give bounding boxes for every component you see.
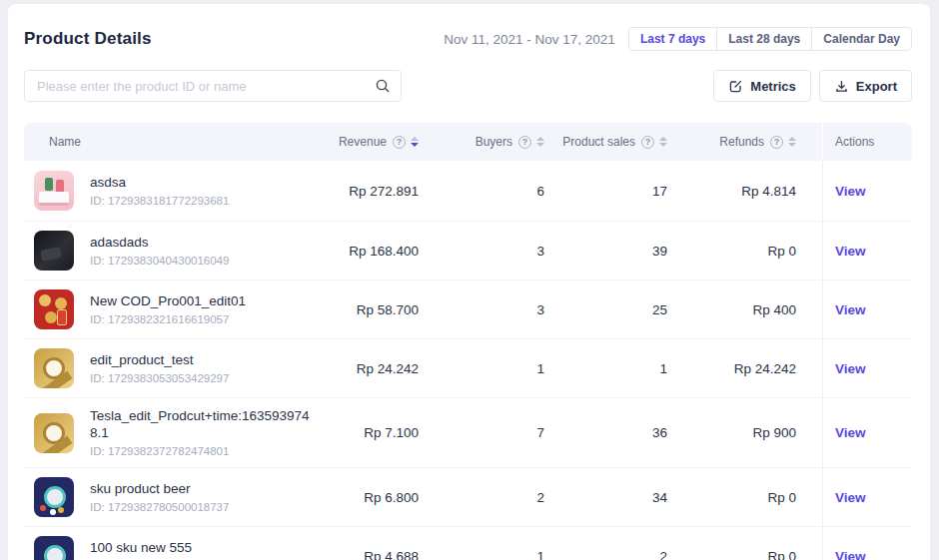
column-header-name: Name: [24, 135, 320, 149]
refunds-value: Rp 24.242: [667, 361, 822, 376]
download-icon: [834, 79, 849, 94]
table-row: adasdads ID: 1729383040430016049 Rp 168.…: [24, 222, 912, 280]
info-icon[interactable]: ?: [641, 136, 654, 149]
view-link[interactable]: View: [835, 244, 866, 259]
sort-icon[interactable]: [411, 137, 419, 147]
product-id: ID: 1729382321616619057: [90, 312, 246, 326]
refunds-value: Rp 0: [667, 244, 822, 259]
revenue-value: Rp 168.400: [320, 244, 419, 259]
product-name: Tesla_edit_Prodcut+time:1635939748.1: [90, 407, 310, 441]
product-name: edit_product_test: [90, 351, 229, 368]
product-image: [34, 348, 74, 388]
view-link[interactable]: View: [835, 549, 866, 560]
sort-icon[interactable]: [659, 137, 667, 147]
period-selector: Last 7 daysLast 28 daysCalendar Day: [628, 27, 912, 51]
table-row: asdsa ID: 1729383181772293681 Rp 272.891…: [24, 161, 912, 222]
actions-cell: View: [822, 468, 912, 526]
product-sales-value: 25: [544, 302, 667, 317]
table-row: sku product beer ID: 1729382780500018737…: [24, 468, 912, 527]
product-name: 100 sku new 555: [90, 539, 229, 556]
export-button-label: Export: [856, 79, 897, 94]
buyers-value: 2: [419, 490, 544, 505]
product-cell: adasdads ID: 1729383040430016049: [24, 222, 320, 280]
column-header-refunds[interactable]: Refunds ?: [667, 135, 822, 149]
product-details-card: Product Details Nov 11, 2021 - Nov 17, 2…: [8, 4, 930, 560]
view-link[interactable]: View: [835, 302, 866, 317]
revenue-value: Rp 24.242: [320, 361, 419, 376]
product-id: ID: 1729382780500018737: [90, 500, 229, 514]
period-button[interactable]: Last 7 days: [628, 27, 717, 51]
product-cell: New COD_Pro001_edit01 ID: 17293823216166…: [24, 280, 320, 338]
buyers-value: 7: [419, 425, 544, 440]
product-image: [34, 171, 74, 211]
product-id: ID: 1729383053053429297: [90, 371, 229, 385]
refunds-value: Rp 900: [667, 425, 822, 440]
product-name: sku product beer: [90, 480, 229, 497]
info-icon[interactable]: ?: [518, 136, 531, 149]
buyers-value: 3: [419, 244, 544, 259]
search-input[interactable]: [24, 70, 402, 102]
refunds-value: Rp 4.814: [667, 184, 822, 199]
export-button[interactable]: Export: [819, 70, 912, 102]
table-row: edit_product_test ID: 172938305305342929…: [24, 339, 912, 398]
revenue-value: Rp 4.688: [320, 549, 419, 560]
refunds-value: Rp 400: [667, 302, 822, 317]
table-body: asdsa ID: 1729383181772293681 Rp 272.891…: [24, 161, 912, 560]
sort-icon[interactable]: [536, 137, 544, 147]
search-box: [24, 70, 402, 102]
column-header-product-sales[interactable]: Product sales ?: [544, 135, 667, 149]
column-header-buyers[interactable]: Buyers ?: [419, 135, 544, 149]
product-image: [34, 231, 74, 271]
product-sales-value: 39: [544, 244, 667, 259]
actions-cell: View: [822, 527, 912, 560]
period-button[interactable]: Last 28 days: [716, 27, 812, 51]
view-link[interactable]: View: [835, 184, 866, 199]
product-sales-value: 2: [544, 549, 667, 560]
metrics-button[interactable]: Metrics: [713, 70, 811, 102]
revenue-value: Rp 6.800: [320, 490, 419, 505]
date-range: Nov 11, 2021 - Nov 17, 2021: [444, 32, 615, 47]
actions-cell: View: [822, 398, 912, 467]
period-button[interactable]: Calendar Day: [811, 27, 912, 51]
buyers-value: 1: [419, 549, 544, 560]
product-name: adasdads: [90, 234, 229, 251]
product-cell: edit_product_test ID: 172938305305342929…: [24, 339, 320, 397]
refunds-value: Rp 0: [667, 490, 822, 505]
revenue-value: Rp 7.100: [320, 425, 419, 440]
product-name: asdsa: [90, 174, 229, 191]
sort-icon[interactable]: [788, 137, 796, 147]
column-header-revenue[interactable]: Revenue ?: [320, 135, 419, 149]
product-sales-value: 34: [544, 490, 667, 505]
buyers-value: 1: [419, 361, 544, 376]
product-cell: Tesla_edit_Prodcut+time:1635939748.1 ID:…: [24, 398, 320, 467]
table-row: Tesla_edit_Prodcut+time:1635939748.1 ID:…: [24, 398, 912, 468]
info-icon[interactable]: ?: [393, 136, 406, 149]
product-id: ID: 1729382372782474801: [90, 444, 310, 458]
product-id: ID: 1729383181772293681: [90, 194, 229, 208]
column-header-actions: Actions: [822, 123, 912, 161]
product-sales-value: 36: [544, 425, 667, 440]
buyers-value: 6: [419, 184, 544, 199]
toolbar: Metrics Export: [24, 70, 912, 102]
product-name: New COD_Pro001_edit01: [90, 292, 246, 309]
page-header: Product Details Nov 11, 2021 - Nov 17, 2…: [24, 4, 912, 51]
buyers-value: 3: [419, 302, 544, 317]
product-cell: asdsa ID: 1729383181772293681: [24, 162, 320, 220]
table-row: 100 sku new 555 ID: 1729382594960018738 …: [24, 527, 912, 560]
view-link[interactable]: View: [835, 490, 866, 505]
product-table: Name Revenue ? Buyers ? Product sales ?: [24, 123, 912, 560]
revenue-value: Rp 272.891: [320, 184, 419, 199]
product-cell: 100 sku new 555 ID: 1729382594960018738: [24, 527, 320, 560]
product-image: [34, 289, 74, 329]
actions-cell: View: [822, 280, 912, 338]
view-link[interactable]: View: [835, 425, 866, 440]
product-image: [34, 413, 74, 453]
table-row: New COD_Pro001_edit01 ID: 17293823216166…: [24, 280, 912, 339]
view-link[interactable]: View: [835, 361, 866, 376]
actions-cell: View: [822, 222, 912, 280]
refunds-value: Rp 0: [667, 549, 822, 560]
page-title: Product Details: [24, 29, 152, 49]
product-sales-value: 17: [544, 184, 667, 199]
search-icon[interactable]: [375, 78, 391, 94]
info-icon[interactable]: ?: [770, 136, 783, 149]
